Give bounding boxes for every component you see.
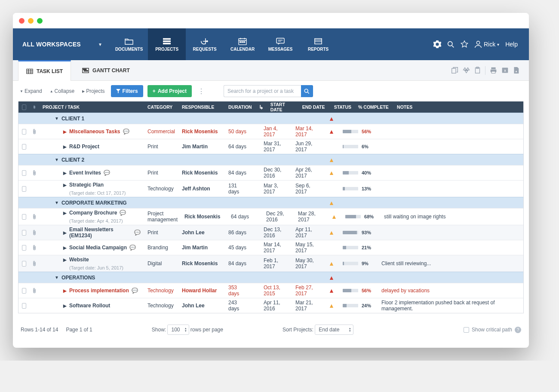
sort-select[interactable]: End date (315, 325, 353, 335)
task-row[interactable]: ▶ Process implementation 💬 Technology Ho… (18, 283, 523, 298)
col-header-responsible[interactable]: RESPONSIBLE (178, 101, 225, 113)
workspace-selector[interactable]: ALL WORKSPACES ▼ (13, 28, 110, 60)
nav-reports[interactable]: REPORTS (299, 28, 337, 60)
row-checkbox[interactable] (22, 170, 26, 176)
expand-icon[interactable]: ▶ (63, 171, 67, 175)
task-row[interactable]: ▶ Event Invites 💬 Print Rick Mosenkis 84… (18, 165, 523, 180)
gear-icon[interactable] (433, 40, 441, 48)
task-row[interactable]: ▶ R&D Project Print Jim Martin 64 days M… (18, 139, 523, 154)
row-checkbox[interactable] (22, 230, 26, 236)
maximize-dot[interactable] (37, 18, 43, 24)
col-header-notes[interactable]: NOTES (393, 101, 523, 113)
tab-task-list[interactable]: TASK LIST (18, 60, 71, 81)
row-checkbox[interactable] (22, 144, 26, 150)
projects-filter[interactable]: ▶Projects (80, 88, 106, 94)
copy-icon[interactable] (451, 67, 458, 74)
attachment-icon[interactable] (32, 170, 37, 176)
critical-path-checkbox[interactable] (464, 327, 469, 333)
tab-gantt-chart[interactable]: GANTT CHART (74, 60, 138, 81)
task-row[interactable]: ▶ Company Brochure 💬 (Target date: Apr 4… (18, 208, 523, 225)
collapse-icon[interactable]: ▼ (55, 157, 59, 162)
comment-icon[interactable]: 💬 (104, 170, 110, 176)
collapse-all[interactable]: ▲Collapse (48, 88, 77, 94)
expand-icon[interactable]: ▶ (63, 183, 67, 187)
print-icon[interactable] (490, 67, 497, 74)
expand-icon[interactable]: ▶ (63, 303, 67, 308)
expand-icon[interactable]: ▶ (63, 245, 67, 250)
comment-icon[interactable]: 💬 (134, 230, 141, 236)
attachment-icon[interactable] (32, 129, 37, 135)
task-row[interactable]: ▶ Strategic Plan (Target date: Oct 17, 2… (18, 180, 523, 197)
add-project-button[interactable]: + Add Project (147, 85, 192, 97)
col-header-complete[interactable]: % COMPLETE (355, 101, 393, 113)
star-icon[interactable] (461, 40, 468, 48)
expand-icon[interactable]: ▶ (63, 230, 67, 235)
search-button[interactable] (301, 85, 313, 97)
row-checkbox[interactable] (22, 303, 26, 309)
col-header-duration[interactable]: DURATION (225, 101, 255, 113)
critical-path-toggle[interactable]: Show critical path ? (464, 327, 521, 333)
row-checkbox[interactable] (22, 261, 26, 266)
col-header-status[interactable]: STATUS (331, 101, 355, 113)
expand-all[interactable]: ▼Expand (18, 88, 44, 94)
minimize-dot[interactable] (28, 18, 34, 24)
task-row[interactable]: ▶ Social Media Campaign 💬 Branding Jim M… (18, 240, 523, 255)
nav-documents[interactable]: DOCUMENTS (110, 28, 148, 60)
task-row[interactable]: ▶ Email Newsletters (EM1234) 💬 Print Joh… (18, 225, 523, 240)
help-icon[interactable]: ? (515, 327, 521, 333)
task-row[interactable]: ▶ Software Rollout Technology John Lee 2… (18, 298, 523, 313)
progress: 24% (343, 303, 375, 308)
comment-icon[interactable]: 💬 (132, 288, 138, 294)
comment-icon[interactable]: 💬 (123, 129, 129, 135)
expand-icon[interactable]: ▶ (63, 257, 67, 262)
comment-icon[interactable]: 💬 (120, 210, 126, 216)
row-checkbox[interactable] (22, 186, 26, 192)
task-row[interactable]: ▶ MIscellaneous Tasks 💬 Commercial Rick … (18, 124, 523, 139)
expand-icon[interactable]: ▶ (63, 211, 67, 215)
col-header-start[interactable]: START DATE (267, 101, 299, 113)
nav-requests[interactable]: REQUESTS (186, 28, 224, 60)
col-header-task[interactable]: PROJECT / TASK (39, 101, 144, 113)
group-row[interactable]: ▼CLIENT 1 ▲ (18, 113, 523, 124)
collapse-icon[interactable]: ▼ (55, 116, 59, 121)
row-checkbox[interactable] (22, 245, 26, 251)
grid-icon (26, 68, 33, 74)
filters-button[interactable]: Filters (111, 85, 143, 97)
nav-messages[interactable]: MESSAGES (261, 28, 299, 60)
search-input[interactable] (224, 85, 301, 97)
row-checkbox[interactable] (22, 214, 26, 220)
group-row[interactable]: ▼OPERATIONS ▲ (18, 272, 523, 283)
row-checkbox[interactable] (22, 129, 26, 135)
task-row[interactable]: ▶ Website (Target date: Jun 5, 2017) Dig… (18, 255, 523, 272)
rows-per-page-select[interactable]: 100 (167, 325, 189, 335)
attachment-icon[interactable] (32, 214, 37, 220)
comment-icon[interactable]: 💬 (129, 245, 136, 251)
search-icon[interactable] (447, 41, 455, 48)
col-header-category[interactable]: CATEGORY (144, 101, 178, 113)
attachment-icon[interactable] (32, 260, 37, 266)
excel-icon[interactable]: X (501, 67, 509, 74)
row-checkbox[interactable] (22, 288, 26, 294)
collapse-icon[interactable]: ▼ (55, 275, 59, 280)
clipboard-icon[interactable] (474, 67, 481, 74)
attachment-icon[interactable] (32, 288, 37, 294)
duration-cell: 131 days (225, 181, 251, 197)
nav-calendar[interactable]: CALENDAR (224, 28, 261, 60)
help-link[interactable]: Help (505, 41, 518, 48)
expand-icon[interactable]: ▶ (63, 288, 67, 293)
attachment-icon[interactable] (32, 245, 37, 251)
group-row[interactable]: ▼CORPORATE MARKETING ▲ (18, 197, 523, 208)
expand-icon[interactable]: ▶ (63, 129, 67, 134)
attachment-icon[interactable] (32, 230, 37, 236)
close-dot[interactable] (19, 18, 25, 24)
group-row[interactable]: ▼CLIENT 2 ▲ (18, 154, 523, 165)
recycle-icon[interactable] (463, 67, 470, 74)
nav-projects[interactable]: PROJECTS (148, 28, 186, 60)
expand-icon[interactable]: ▶ (63, 144, 67, 149)
col-header-end[interactable]: END DATE (299, 101, 331, 113)
select-all-checkbox[interactable] (22, 104, 26, 110)
user-menu[interactable]: Rick ▾ (474, 40, 499, 48)
pdf-icon[interactable]: ▲ (513, 67, 519, 74)
more-menu[interactable]: ⋮ (196, 87, 206, 95)
collapse-icon[interactable]: ▼ (55, 200, 59, 205)
